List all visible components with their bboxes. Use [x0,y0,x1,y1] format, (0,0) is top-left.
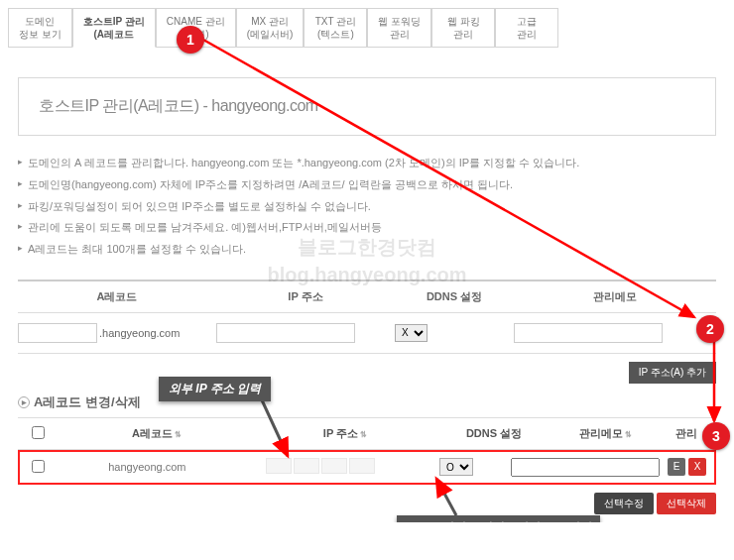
sort-icon: ⇅ [360,430,367,439]
edit-selected-button[interactable]: 선택수정 [594,493,654,514]
ip-input[interactable] [216,323,355,343]
arrow-bullet-icon [18,396,30,408]
list-header-memo[interactable]: 관리메모⇅ [553,426,657,441]
subdomain-input[interactable] [18,323,97,343]
list-header-ip[interactable]: IP 주소⇅ [256,426,434,441]
tab-txt[interactable]: TXT 관리(텍스트) [304,8,367,48]
tab-host-ip[interactable]: 호스트IP 관리(A레코드 [72,8,156,48]
instructions-list: 도메인의 A 레코드를 관리합니다. hangyeong.com 또는 *.ha… [18,154,716,260]
annotation-label-ip: 외부 IP 주소 입력 [159,377,271,401]
header-ddns: DDNS 설정 [395,289,514,304]
row-arecord-value: hangyeong.com [57,461,238,473]
instruction-item: 도메인명(hangyeong.com) 자체에 IP주소를 지정하려면 /A레코… [18,175,716,195]
page-title: 호스트IP 관리(A레코드) - hangyeong.com [39,97,318,114]
instruction-item: 파킹/포워딩설정이 되어 있으면 IP주소를 별도로 설정하실 수 없습니다. [18,197,716,217]
instruction-item: 관리에 도움이 되도록 메모를 남겨주세요. 예)웹서버,FTP서버,메일서버등 [18,218,716,238]
header-arecord: A레코드 [18,289,216,304]
instruction-item: 도메인의 A 레코드를 관리합니다. hangyeong.com 또는 *.ha… [18,154,716,173]
ddns-select-row[interactable]: O [439,458,473,476]
add-ip-button[interactable]: IP 주소(A) 추가 [629,362,716,384]
domain-suffix: .hangyeong.com [99,327,180,339]
tab-mx[interactable]: MX 관리(메일서버) [236,8,305,48]
edit-row-button[interactable]: E [668,458,685,476]
ddns-select-add[interactable]: X [395,324,428,342]
action-buttons: 선택수정 선택삭제 [8,493,716,514]
list-header: A레코드⇅ IP 주소⇅ DDNS 설정 관리메모⇅ 관리 [18,418,716,450]
list-header-ddns: DDNS 설정 [434,426,553,441]
tab-domain-info[interactable]: 도메인정보 보기 [8,8,72,48]
sort-icon: ⇅ [175,430,182,439]
memo-input[interactable] [514,323,663,343]
add-table-header: A레코드 IP 주소 DDNS 설정 관리메모 [18,280,716,313]
sort-icon: ⇅ [625,430,632,439]
annotation-badge-1: 1 [177,26,204,54]
tab-web-parking[interactable]: 웹 파킹관리 [431,8,495,48]
annotation-label-ddns: DDNS설정 드랍박스에서 "O" 선택 [397,515,600,522]
row-memo-input[interactable] [511,458,660,477]
annotation-badge-2: 2 [696,315,724,343]
row-ip-value[interactable] [238,458,402,476]
row-checkbox[interactable] [32,460,45,473]
annotation-badge-3: 3 [702,422,730,450]
tab-advanced[interactable]: 고급관리 [495,8,558,48]
header-memo: 관리메모 [514,289,716,304]
delete-row-button[interactable]: X [688,458,706,476]
page-title-box: 호스트IP 관리(A레코드) - hangyeong.com [18,77,716,136]
select-all-checkbox[interactable] [32,426,45,439]
instruction-item: A레코드는 최대 100개를 설정할 수 있습니다. [18,240,716,260]
delete-selected-button[interactable]: 선택삭제 [657,493,716,514]
header-ip: IP 주소 [216,289,395,304]
section-change-title: A레코드 변경/삭제 [18,393,716,418]
record-row: hangyeong.com O E X [18,450,716,485]
tab-bar: 도메인정보 보기 호스트IP 관리(A레코드 CNAME 관리(별명) MX 관… [8,8,726,48]
tab-web-forwarding[interactable]: 웹 포워딩관리 [367,8,431,48]
add-record-row: .hangyeong.com X [18,313,716,354]
list-header-arecord[interactable]: A레코드⇅ [58,426,256,441]
